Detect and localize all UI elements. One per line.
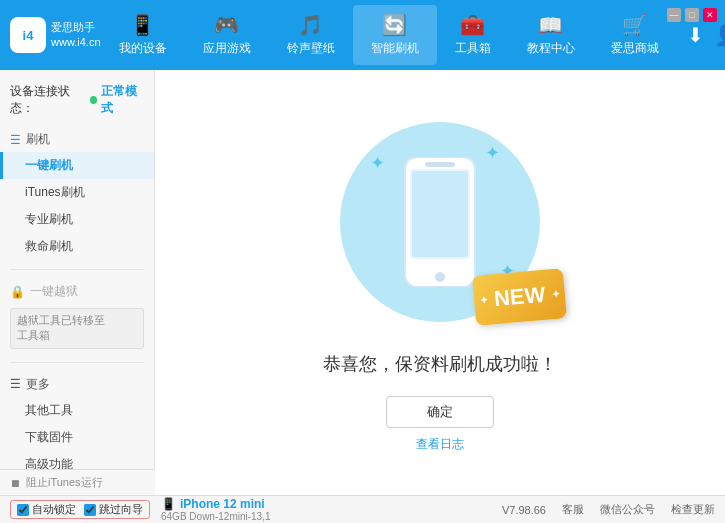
nav-smart-flash[interactable]: 🔄 智能刷机 <box>353 5 437 65</box>
status-label: 设备连接状态： <box>10 83 86 117</box>
header-right: ⬇ 👤 <box>687 23 725 47</box>
star-left: ✦ <box>479 294 488 306</box>
window-controls: — □ ✕ <box>667 8 717 22</box>
bottom-left: 自动锁定 跳过向导 📱 iPhone 12 mini 64GB Down-12m… <box>10 497 271 522</box>
logo-icon-text: i4 <box>23 28 34 43</box>
wechat-public-link[interactable]: 微信公众号 <box>600 502 655 517</box>
store-icon: 🛒 <box>622 13 647 37</box>
logo-area: i4 爱思助手 www.i4.cn <box>10 17 101 53</box>
my-device-icon: 📱 <box>130 13 155 37</box>
nav-ringtones[interactable]: 🎵 铃声壁纸 <box>269 5 353 65</box>
flash-section-title: ☰ 刷机 <box>0 127 154 152</box>
lock-icon: 🔒 <box>10 285 25 299</box>
confirm-button[interactable]: 确定 <box>386 396 494 428</box>
skip-wizard-label: 跳过向导 <box>99 502 143 517</box>
status-dot <box>90 96 97 104</box>
bottom-right: V7.98.66 客服 微信公众号 检查更新 <box>502 502 715 517</box>
sparkle-icon-2: ✦ <box>485 142 500 164</box>
stop-itunes-bar[interactable]: ⏹ 阻止iTunes运行 <box>0 469 155 495</box>
more-section: ☰ 更多 其他工具 下载固件 高级功能 <box>0 367 154 483</box>
logo-line1: 爱思助手 <box>51 20 101 35</box>
device-phone-icon: 📱 <box>161 497 176 511</box>
nav-tutorial[interactable]: 📖 教程中心 <box>509 5 593 65</box>
content-area: ✦ ✦ ✦ ✦ NEW ✦ 恭喜您，保资料刷机成功啦！ <box>155 70 725 495</box>
download-icon[interactable]: ⬇ <box>687 23 704 47</box>
new-badge: ✦ NEW ✦ <box>472 268 567 326</box>
check-update-link[interactable]: 检查更新 <box>671 502 715 517</box>
nav-store[interactable]: 🛒 爱思商城 <box>593 5 677 65</box>
nav-smart-flash-label: 智能刷机 <box>371 40 419 57</box>
jailbreak-label: 一键越狱 <box>30 283 78 300</box>
minimize-button[interactable]: — <box>667 8 681 22</box>
more-section-title: ☰ 更多 <box>0 372 154 397</box>
device-storage: 64GB <box>161 511 187 522</box>
checkbox-section: 自动锁定 跳过向导 <box>10 500 150 519</box>
logo-line2: www.i4.cn <box>51 35 101 50</box>
jailbreak-section: 🔒 一键越狱 越狱工具已转移至工具箱 <box>0 274 154 358</box>
sparkle-icon-1: ✦ <box>370 152 385 174</box>
nav-items: 📱 我的设备 🎮 应用游戏 🎵 铃声壁纸 🔄 智能刷机 🧰 工具箱 📖 教程中心… <box>101 5 677 65</box>
sidebar-divider-2 <box>10 362 144 363</box>
sidebar-item-pro-flash[interactable]: 专业刷机 <box>0 206 154 233</box>
jailbreak-section-title: 🔒 一键越狱 <box>0 279 154 304</box>
jailbreak-notice: 越狱工具已转移至工具箱 <box>10 308 144 349</box>
logo-text: 爱思助手 www.i4.cn <box>51 20 101 51</box>
smart-flash-icon: 🔄 <box>382 13 407 37</box>
nav-tutorial-label: 教程中心 <box>527 40 575 57</box>
status-value: 正常模式 <box>101 83 144 117</box>
bottom-bar: 自动锁定 跳过向导 📱 iPhone 12 mini 64GB Down-12m… <box>0 495 725 523</box>
skip-wizard-checkbox-item[interactable]: 跳过向导 <box>84 502 143 517</box>
device-sub-info: 64GB Down-12mini-13,1 <box>161 511 271 522</box>
close-button[interactable]: ✕ <box>703 8 717 22</box>
sidebar-item-download-firmware[interactable]: 下载固件 <box>0 424 154 451</box>
user-icon[interactable]: 👤 <box>714 23 725 47</box>
main-layout: 设备连接状态： 正常模式 ☰ 刷机 一键刷机 iTunes刷机 专业刷机 救命刷… <box>0 70 725 495</box>
svg-point-3 <box>435 272 445 282</box>
version-text: V7.98.66 <box>502 504 546 516</box>
auto-lock-checkbox-item[interactable]: 自动锁定 <box>17 502 76 517</box>
sidebar-divider-1 <box>10 269 144 270</box>
flash-section-label: 刷机 <box>26 131 50 148</box>
device-name-row: 📱 iPhone 12 mini <box>161 497 271 511</box>
view-log-link[interactable]: 查看日志 <box>416 436 464 453</box>
new-text: NEW <box>493 282 546 311</box>
logo-icon: i4 <box>10 17 46 53</box>
svg-rect-4 <box>412 171 468 257</box>
nav-apps-games-label: 应用游戏 <box>203 40 251 57</box>
apps-games-icon: 🎮 <box>214 13 239 37</box>
more-icon: ☰ <box>10 377 21 391</box>
sidebar-item-one-key-flash[interactable]: 一键刷机 <box>0 152 154 179</box>
stop-itunes-label: 阻止iTunes运行 <box>26 475 103 490</box>
flash-section-icon: ☰ <box>10 133 21 147</box>
phone-illustration <box>400 157 480 287</box>
ringtones-icon: 🎵 <box>298 13 323 37</box>
auto-lock-checkbox[interactable] <box>17 504 29 516</box>
nav-my-device-label: 我的设备 <box>119 40 167 57</box>
stop-itunes-icon: ⏹ <box>10 477 21 489</box>
svg-rect-2 <box>425 162 455 167</box>
nav-toolbox[interactable]: 🧰 工具箱 <box>437 5 509 65</box>
nav-toolbox-label: 工具箱 <box>455 40 491 57</box>
skip-wizard-checkbox[interactable] <box>84 504 96 516</box>
device-version: Down-12mini-13,1 <box>189 511 270 522</box>
nav-my-device[interactable]: 📱 我的设备 <box>101 5 185 65</box>
sidebar-item-itunes-flash[interactable]: iTunes刷机 <box>0 179 154 206</box>
sidebar: 设备连接状态： 正常模式 ☰ 刷机 一键刷机 iTunes刷机 专业刷机 救命刷… <box>0 70 155 495</box>
restore-button[interactable]: □ <box>685 8 699 22</box>
sidebar-item-save-flash[interactable]: 救命刷机 <box>0 233 154 260</box>
sidebar-item-other-tools[interactable]: 其他工具 <box>0 397 154 424</box>
customer-service-link[interactable]: 客服 <box>562 502 584 517</box>
toolbox-icon: 🧰 <box>460 13 485 37</box>
nav-ringtones-label: 铃声壁纸 <box>287 40 335 57</box>
connection-status: 设备连接状态： 正常模式 <box>0 78 154 122</box>
illustration: ✦ ✦ ✦ ✦ NEW ✦ <box>330 112 550 332</box>
tutorial-icon: 📖 <box>538 13 563 37</box>
nav-store-label: 爱思商城 <box>611 40 659 57</box>
nav-apps-games[interactable]: 🎮 应用游戏 <box>185 5 269 65</box>
header: i4 爱思助手 www.i4.cn 📱 我的设备 🎮 应用游戏 🎵 铃声壁纸 🔄… <box>0 0 725 70</box>
device-name-text: iPhone 12 mini <box>180 497 265 511</box>
star-right: ✦ <box>550 288 559 300</box>
auto-lock-label: 自动锁定 <box>32 502 76 517</box>
device-info: 📱 iPhone 12 mini 64GB Down-12mini-13,1 <box>161 497 271 522</box>
success-message: 恭喜您，保资料刷机成功啦！ <box>323 352 557 376</box>
